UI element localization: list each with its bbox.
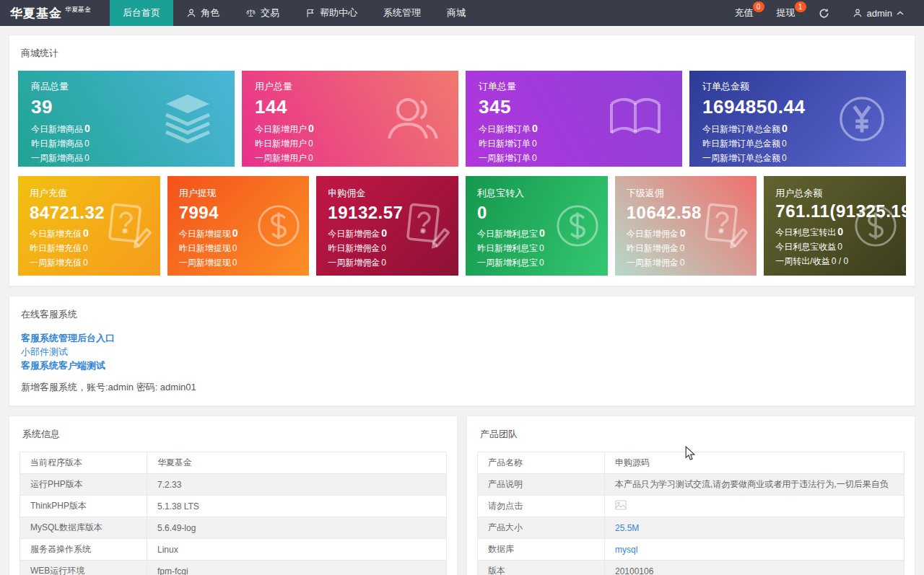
row-label: 数据库 (478, 539, 605, 561)
service-link[interactable]: 小部件测试 (21, 346, 906, 359)
row-label: 当前程序版本 (20, 452, 147, 474)
row-value: 华夏基金 (147, 452, 447, 474)
nav-item-label: 系统管理 (383, 6, 421, 19)
value-link[interactable]: mysql (615, 545, 637, 555)
book-icon (607, 97, 663, 141)
card-title: 下级返佣 (627, 187, 746, 200)
nav-item-help[interactable]: 帮助中心 (292, 0, 370, 26)
card-subline: 一周转出/收益0 / 0 (775, 254, 894, 268)
user-label: admin (867, 8, 892, 19)
row-label: 产品说明 (478, 474, 605, 496)
row-value (605, 496, 905, 517)
stats-section-title: 商城统计 (21, 47, 906, 60)
row-label: ThinkPHP版本 (20, 496, 147, 517)
card-subline: 一周新增用户0 (255, 151, 445, 165)
card-title: 用户总余额 (775, 187, 894, 200)
table-row: 产品大小25.5M (478, 517, 905, 539)
card-title: 订单总金额 (702, 80, 893, 93)
service-links: 客服系统管理后台入口小部件测试客服系统客户端测试 (18, 332, 906, 372)
card-title: 用户总量 (255, 80, 445, 93)
stat-card-withdraw: 用户提现7994今日新增提现0昨日新增提现0一周新增提现0 (167, 176, 310, 276)
row-value: 5.1.38 LTS (147, 496, 447, 517)
row-label: 产品名称 (478, 452, 605, 474)
row-label: 产品大小 (478, 517, 605, 539)
card-subline: 一周新增订单0 (479, 151, 669, 165)
table-row: 服务器操作系统Linux (20, 539, 447, 561)
scales-icon (245, 8, 256, 18)
row-value: 申购源码 (605, 452, 905, 474)
recharge-button[interactable]: 充值 0 (723, 0, 765, 26)
service-link[interactable]: 客服系统管理后台入口 (21, 332, 906, 345)
doc-question-icon (401, 202, 451, 250)
withdraw-label: 提现 (777, 6, 796, 19)
user-menu[interactable]: admin (841, 0, 915, 26)
nav-item-roles[interactable]: 角色 (173, 0, 232, 26)
product-panel: 产品团队 产品名称申购源码产品说明本产品只为学习测试交流,请勿要做商业或者用于违… (466, 416, 915, 575)
big-cards-row: 商品总量39今日新增商品0昨日新增商品0一周新增商品0用户总量144今日新增用户… (18, 71, 906, 167)
withdraw-badge: 1 (795, 1, 806, 12)
nav-item-system[interactable]: 系统管理 (370, 0, 434, 26)
product-table: 产品名称申购源码产品说明本产品只为学习测试交流,请勿要做商业或者用于违法行为,一… (477, 452, 905, 575)
value-link[interactable]: 25.5M (615, 523, 639, 533)
dollar-circle-icon (554, 203, 601, 249)
card-subline: 一周新增订单总金额0 (702, 151, 893, 165)
small-cards-row: 用户充值84721.32今日新增充值0昨日新增充值0一周新增充值0用户提现799… (18, 176, 906, 276)
withdraw-button[interactable]: 提现 1 (765, 0, 807, 26)
row-label: 运行PHP版本 (20, 474, 147, 496)
system-info-table: 当前程序版本华夏基金运行PHP版本7.2.33ThinkPHP版本5.1.38 … (19, 452, 447, 575)
nav-item-trade[interactable]: 交易 (232, 0, 292, 26)
recharge-label: 充值 (735, 6, 754, 19)
product-title: 产品团队 (480, 428, 905, 441)
card-title: 申购佣金 (328, 187, 447, 200)
stat-card-order-amount: 订单总金额1694850.44今日新增订单总金额0昨日新增订单总金额0一周新增订… (689, 71, 906, 167)
row-value: mysql (605, 539, 905, 561)
nav-item-label: 后台首页 (123, 6, 160, 19)
refresh-icon (819, 8, 829, 19)
card-title: 订单总量 (479, 80, 669, 93)
nav-item-label: 交易 (261, 6, 279, 19)
table-row: 当前程序版本华夏基金 (20, 452, 447, 474)
refresh-button[interactable] (807, 0, 841, 26)
row-value: 本产品只为学习测试交流,请勿要做商业或者用于违法行为,一切后果自负 (605, 474, 905, 496)
nav-menu: 后台首页角色交易帮助中心系统管理商城 (110, 0, 723, 26)
row-value: Linux (147, 539, 447, 561)
table-row: 产品名称申购源码 (478, 452, 905, 474)
card-title: 用户提现 (179, 187, 298, 200)
stat-card-balance: 用户总余额761.11(91325.19)今日利息宝转出0今日利息宝收益0一周转… (764, 176, 906, 276)
service-link[interactable]: 客服系统客户端测试 (21, 359, 906, 372)
chevron-up-icon (897, 11, 904, 15)
dollar-circle-icon (256, 203, 302, 249)
stat-card-goods: 商品总量39今日新增商品0昨日新增商品0一周新增商品0 (18, 71, 235, 167)
nav-right: 充值 0 提现 1 admin (723, 0, 924, 26)
table-row: 请勿点击 (478, 496, 905, 517)
recharge-badge: 0 (753, 1, 764, 12)
row-value: 20100106 (605, 561, 905, 575)
stat-card-users: 用户总量144今日新增用户0昨日新增用户0一周新增用户0 (242, 71, 458, 167)
card-subline: 一周新增佣金0 (627, 255, 746, 270)
service-note: 新增客服系统，账号:admin 密码: admin01 (21, 381, 906, 394)
system-info-title: 系统信息 (22, 428, 447, 441)
stat-card-rebate: 下级返佣10642.58今日新增佣金0昨日新增佣金0一周新增佣金0 (615, 176, 757, 276)
doc-question-icon (103, 202, 153, 250)
logo-text: 华夏基金 (10, 5, 62, 22)
person-icon (853, 8, 863, 18)
yen-circle-icon (837, 94, 887, 144)
table-row: 运行PHP版本7.2.33 (20, 474, 447, 496)
nav-item-label: 帮助中心 (320, 6, 357, 19)
nav-item-mall[interactable]: 商城 (434, 0, 479, 26)
bottom-row: 系统信息 当前程序版本华夏基金运行PHP版本7.2.33ThinkPHP版本5.… (9, 416, 915, 575)
card-title: 利息宝转入 (477, 187, 596, 200)
stat-card-interest: 利息宝转入0今日新增利息宝0昨日新增利息宝0一周新增利息宝0 (466, 176, 608, 276)
nav-item-home[interactable]: 后台首页 (110, 0, 173, 26)
row-value: 5.6.49-log (147, 517, 447, 539)
row-label: 请勿点击 (478, 496, 605, 517)
stat-card-commission: 申购佣金19132.57今日新增佣金0昨日新增佣金0一周新增佣金0 (316, 176, 458, 276)
service-panel: 在线客服系统 客服系统管理后台入口小部件测试客服系统客户端测试 新增客服系统，账… (9, 296, 915, 406)
main-content: 商城统计 商品总量39今日新增商品0昨日新增商品0一周新增商品0用户总量144今… (0, 26, 924, 575)
table-row: 版本20100106 (478, 561, 905, 575)
top-navbar: 华夏基金 华夏基金 后台首页角色交易帮助中心系统管理商城 充值 0 提现 1 (0, 0, 924, 26)
card-subline: 一周新增提现0 (179, 255, 298, 270)
doc-question-icon (699, 202, 749, 250)
broken-image-icon (615, 502, 627, 512)
card-subline: 一周新增利息宝0 (477, 255, 596, 270)
